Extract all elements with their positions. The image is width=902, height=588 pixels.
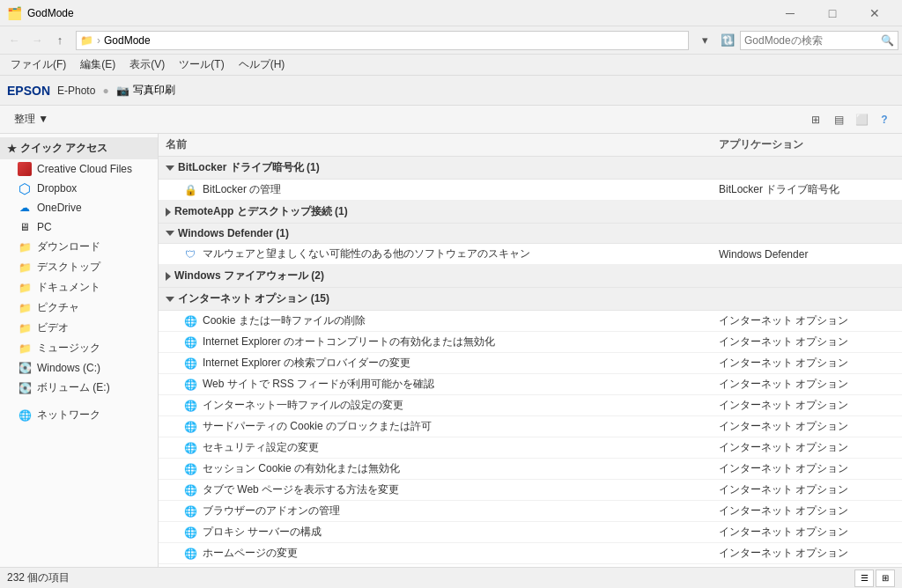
- help-button[interactable]: ?: [874, 109, 895, 130]
- menu-view[interactable]: 表示(V): [122, 55, 172, 74]
- status-list-view-button[interactable]: ☰: [854, 570, 874, 587]
- item-app: インターネット オプション: [719, 334, 895, 349]
- sidebar-item-label: ボリューム (E:): [37, 380, 110, 395]
- forward-button[interactable]: →: [26, 30, 48, 51]
- table-row[interactable]: 🌐 プロキシ サーバーの構成 インターネット オプション: [159, 522, 902, 543]
- category-firewall[interactable]: Windows ファイアウォール (2): [159, 265, 902, 288]
- table-row[interactable]: 🌐 ホームページの変更 インターネット オプション: [159, 543, 902, 564]
- view-details-button[interactable]: ▤: [828, 109, 849, 130]
- category-remoteapp[interactable]: RemoteApp とデスクトップ接続 (1): [159, 201, 902, 224]
- sidebar-item-onedrive[interactable]: ☁ OneDrive: [0, 198, 158, 217]
- back-button[interactable]: ←: [4, 30, 25, 51]
- sidebar-item-volume-e[interactable]: 💽 ボリューム (E:): [0, 378, 158, 398]
- desktop-icon: 📁: [18, 261, 32, 275]
- sidebar-item-label: OneDrive: [37, 202, 82, 214]
- table-row[interactable]: 🛡 マルウェアと望ましくない可能性のある他のソフトウェアのスキャン Window…: [159, 244, 902, 265]
- pictures-icon: 📁: [18, 301, 32, 315]
- expand-icon: [166, 231, 174, 236]
- organize-button[interactable]: 整理 ▼: [7, 108, 55, 130]
- search-input[interactable]: [744, 34, 881, 47]
- table-row[interactable]: 🌐 Internet Explorer のオートコンプリートの有効化または無効化…: [159, 332, 902, 353]
- sidebar-item-dropbox[interactable]: ⬡ Dropbox: [0, 179, 158, 198]
- title-bar: 🗂️ GodMode ─ □ ✕: [0, 0, 902, 26]
- sidebar-item-pc[interactable]: 🖥 PC: [0, 217, 158, 237]
- row-name: 🌐 タブで Web ページを表示する方法を変更: [183, 482, 719, 497]
- minimize-button[interactable]: ─: [770, 0, 810, 26]
- menu-file[interactable]: ファイル(F): [4, 55, 73, 74]
- row-name: 🌐 ホームページの変更: [183, 546, 719, 561]
- table-row[interactable]: 🔒 BitLocker の管理 BitLocker ドライブ暗号化: [159, 180, 902, 201]
- category-label: RemoteApp とデスクトップ接続 (1): [174, 204, 348, 219]
- sidebar-item-network[interactable]: 🌐 ネットワーク: [0, 405, 158, 425]
- epson-bar: EPSON E-Photo ● 📷 写真印刷: [0, 76, 902, 106]
- table-row[interactable]: 🌐 ポップアップのブロックまたは許可 インターネット オプション: [159, 564, 902, 567]
- maximize-button[interactable]: □: [812, 0, 853, 26]
- category-defender[interactable]: Windows Defender (1): [159, 224, 902, 244]
- sidebar-item-creative-cloud[interactable]: Creative Cloud Files: [0, 159, 158, 179]
- row-name: 🌐 インターネット一時ファイルの設定の変更: [183, 398, 719, 413]
- properties-button[interactable]: 🔃: [717, 30, 738, 51]
- documents-icon: 📁: [18, 281, 32, 295]
- sidebar-item-videos[interactable]: 📁 ビデオ: [0, 318, 158, 338]
- menu-tools[interactable]: ツール(T): [172, 55, 231, 74]
- search-box[interactable]: 🔍: [740, 31, 898, 50]
- item-app: BitLocker ドライブ暗号化: [719, 182, 895, 197]
- epson-product: E-Photo: [57, 85, 95, 97]
- row-icon: 🛡: [183, 247, 197, 261]
- row-name: 🌐 Cookie または一時ファイルの削除: [183, 313, 719, 328]
- table-row[interactable]: 🌐 セッション Cookie の有効化または無効化 インターネット オプション: [159, 459, 902, 480]
- col-name-header: 名前: [166, 137, 719, 152]
- table-row[interactable]: 🌐 ブラウザーのアドオンの管理 インターネット オプション: [159, 501, 902, 522]
- row-name: 🌐 サードパーティの Cookie のブロックまたは許可: [183, 419, 719, 434]
- item-name: セッション Cookie の有効化または無効化: [203, 461, 400, 476]
- epson-action-label: 写真印刷: [133, 83, 175, 98]
- app-icon: 🗂️: [7, 6, 22, 20]
- menu-edit[interactable]: 編集(E): [73, 55, 122, 74]
- table-row[interactable]: 🌐 サードパーティの Cookie のブロックまたは許可 インターネット オプシ…: [159, 416, 902, 437]
- table-row[interactable]: 🌐 Cookie または一時ファイルの削除 インターネット オプション: [159, 311, 902, 332]
- drive-e-icon: 💽: [18, 381, 32, 395]
- address-bar[interactable]: 📁 › GodMode: [76, 31, 689, 50]
- item-name: Web サイトで RSS フィードが利用可能かを確認: [203, 377, 434, 392]
- table-row[interactable]: 🌐 セキュリティ設定の変更 インターネット オプション: [159, 437, 902, 459]
- category-label: インターネット オプション (15): [178, 291, 329, 306]
- refresh-button[interactable]: ▾: [694, 30, 715, 51]
- close-button[interactable]: ✕: [854, 0, 895, 26]
- menu-help[interactable]: ヘルプ(H): [232, 55, 292, 74]
- row-name: 🌐 セキュリティ設定の変更: [183, 440, 719, 455]
- sidebar-item-downloads[interactable]: 📁 ダウンロード: [0, 237, 158, 257]
- row-icon: 🌐: [183, 462, 197, 476]
- epson-brand: EPSON: [7, 84, 50, 98]
- view-large-button[interactable]: ⬜: [851, 109, 872, 130]
- row-name: 🌐 ブラウザーのアドオンの管理: [183, 503, 719, 518]
- table-row[interactable]: 🌐 インターネット一時ファイルの設定の変更 インターネット オプション: [159, 395, 902, 416]
- item-app: インターネット オプション: [719, 313, 895, 328]
- item-name: ブラウザーのアドオンの管理: [203, 503, 340, 518]
- status-detail-view-button[interactable]: ⊞: [876, 570, 895, 587]
- sidebar-item-desktop[interactable]: 📁 デスクトップ: [0, 257, 158, 277]
- organize-bar: 整理 ▼ ⊞ ▤ ⬜ ?: [0, 106, 902, 134]
- sidebar-item-music[interactable]: 📁 ミュージック: [0, 338, 158, 358]
- row-icon: 🌐: [183, 547, 197, 561]
- epson-divider: ●: [102, 85, 108, 97]
- category-bitlocker[interactable]: BitLocker ドライブ暗号化 (1): [159, 157, 902, 180]
- up-button[interactable]: ↑: [49, 30, 70, 51]
- pc-icon: 🖥: [18, 220, 32, 234]
- epson-action[interactable]: 📷 写真印刷: [116, 83, 175, 98]
- row-icon: 🌐: [183, 526, 197, 540]
- table-row[interactable]: 🌐 Web サイトで RSS フィードが利用可能かを確認 インターネット オプシ…: [159, 374, 902, 395]
- sidebar-item-windows-c[interactable]: 💽 Windows (C:): [0, 358, 158, 378]
- sidebar-item-label: デスクトップ: [37, 260, 100, 275]
- item-app: インターネット オプション: [719, 461, 895, 476]
- sidebar-item-documents[interactable]: 📁 ドキュメント: [0, 277, 158, 298]
- view-mode-button[interactable]: ⊞: [805, 109, 826, 130]
- row-icon: 🌐: [183, 335, 197, 349]
- row-name: 🌐 Web サイトで RSS フィードが利用可能かを確認: [183, 377, 719, 392]
- table-row[interactable]: 🌐 タブで Web ページを表示する方法を変更 インターネット オプション: [159, 480, 902, 501]
- item-name: Internet Explorer のオートコンプリートの有効化または無効化: [203, 334, 495, 349]
- table-row[interactable]: 🌐 Internet Explorer の検索プロバイダーの変更 インターネット…: [159, 353, 902, 374]
- category-internet-options[interactable]: インターネット オプション (15): [159, 288, 902, 311]
- quick-access-header[interactable]: ★ クイック アクセス: [0, 137, 158, 159]
- sidebar-item-pictures[interactable]: 📁 ピクチャ: [0, 298, 158, 318]
- network-icon: 🌐: [18, 408, 32, 423]
